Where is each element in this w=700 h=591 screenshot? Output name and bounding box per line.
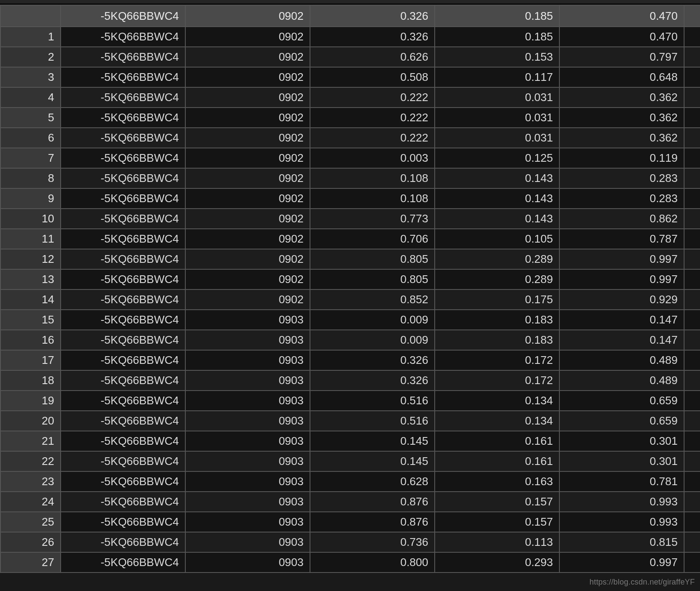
row-v2-cell[interactable]: 0.134 bbox=[435, 411, 559, 431]
row-index-cell[interactable]: 23 bbox=[0, 471, 61, 492]
table-row[interactable]: 25-5KQ66BBWC409030.8760.1570.993 bbox=[0, 512, 700, 532]
table-row[interactable]: 15-5KQ66BBWC409030.0090.1830.147 bbox=[0, 310, 700, 330]
row-index-cell[interactable]: 3 bbox=[0, 67, 61, 87]
table-row[interactable]: 22-5KQ66BBWC409030.1450.1610.301 bbox=[0, 451, 700, 471]
row-index-cell[interactable]: 7 bbox=[0, 148, 61, 168]
row-v3-cell[interactable]: 0.119 bbox=[559, 148, 684, 168]
table-row[interactable]: 2-5KQ66BBWC409020.6260.1530.797 bbox=[0, 47, 700, 67]
row-index-cell[interactable]: 9 bbox=[0, 188, 61, 209]
row-v1-cell[interactable]: 0.800 bbox=[310, 552, 435, 573]
row-v3-cell[interactable]: 0.997 bbox=[559, 269, 684, 289]
row-index-cell[interactable]: 15 bbox=[0, 310, 61, 330]
header-col-v2[interactable]: 0.185 bbox=[435, 5, 559, 27]
row-v2-cell[interactable]: 0.031 bbox=[435, 87, 559, 108]
header-col-code[interactable]: -5KQ66BBWC4 bbox=[61, 5, 185, 27]
row-v2-cell[interactable]: 0.185 bbox=[435, 27, 559, 47]
row-num-cell[interactable]: 0902 bbox=[185, 209, 310, 229]
row-v3-cell[interactable]: 0.929 bbox=[559, 289, 684, 310]
row-v2-cell[interactable]: 0.134 bbox=[435, 391, 559, 411]
row-index-cell[interactable]: 20 bbox=[0, 411, 61, 431]
row-code-cell[interactable]: -5KQ66BBWC4 bbox=[61, 532, 185, 552]
row-v3-cell[interactable]: 0.489 bbox=[559, 370, 684, 391]
row-v2-cell[interactable]: 0.031 bbox=[435, 108, 559, 128]
row-index-cell[interactable]: 17 bbox=[0, 350, 61, 370]
row-v3-cell[interactable]: 0.283 bbox=[559, 168, 684, 188]
row-v3-cell[interactable]: 0.993 bbox=[559, 512, 684, 532]
row-code-cell[interactable]: -5KQ66BBWC4 bbox=[61, 431, 185, 451]
table-row[interactable]: 13-5KQ66BBWC409020.8050.2890.997 bbox=[0, 269, 700, 289]
row-index-cell[interactable]: 24 bbox=[0, 492, 61, 512]
row-v1-cell[interactable]: 0.108 bbox=[310, 188, 435, 209]
header-index[interactable] bbox=[0, 5, 61, 27]
row-v3-cell[interactable]: 0.489 bbox=[559, 350, 684, 370]
row-index-cell[interactable]: 25 bbox=[0, 512, 61, 532]
row-v3-cell[interactable]: 0.797 bbox=[559, 47, 684, 67]
row-v3-cell[interactable]: 0.993 bbox=[559, 492, 684, 512]
row-v1-cell[interactable]: 0.326 bbox=[310, 350, 435, 370]
row-v2-cell[interactable]: 0.125 bbox=[435, 148, 559, 168]
table-row[interactable]: 14-5KQ66BBWC409020.8520.1750.929 bbox=[0, 289, 700, 310]
row-v1-cell[interactable]: 0.626 bbox=[310, 47, 435, 67]
row-v1-cell[interactable]: 0.805 bbox=[310, 249, 435, 269]
row-num-cell[interactable]: 0902 bbox=[185, 108, 310, 128]
row-num-cell[interactable]: 0902 bbox=[185, 67, 310, 87]
row-v1-cell[interactable]: 0.003 bbox=[310, 148, 435, 168]
row-num-cell[interactable]: 0903 bbox=[185, 310, 310, 330]
row-v2-cell[interactable]: 0.289 bbox=[435, 249, 559, 269]
row-index-cell[interactable]: 11 bbox=[0, 229, 61, 249]
row-v1-cell[interactable]: 0.516 bbox=[310, 391, 435, 411]
row-v3-cell[interactable]: 0.659 bbox=[559, 391, 684, 411]
row-v2-cell[interactable]: 0.143 bbox=[435, 168, 559, 188]
row-num-cell[interactable]: 0902 bbox=[185, 47, 310, 67]
row-code-cell[interactable]: -5KQ66BBWC4 bbox=[61, 391, 185, 411]
row-index-cell[interactable]: 6 bbox=[0, 128, 61, 148]
row-v2-cell[interactable]: 0.175 bbox=[435, 289, 559, 310]
table-row[interactable]: 10-5KQ66BBWC409020.7730.1430.862 bbox=[0, 209, 700, 229]
row-v2-cell[interactable]: 0.161 bbox=[435, 451, 559, 471]
row-num-cell[interactable]: 0903 bbox=[185, 431, 310, 451]
table-row[interactable]: 1-5KQ66BBWC409020.3260.1850.470 bbox=[0, 27, 700, 47]
table-row[interactable]: 21-5KQ66BBWC409030.1450.1610.301 bbox=[0, 431, 700, 451]
table-row[interactable]: 8-5KQ66BBWC409020.1080.1430.283 bbox=[0, 168, 700, 188]
row-code-cell[interactable]: -5KQ66BBWC4 bbox=[61, 370, 185, 391]
row-v2-cell[interactable]: 0.031 bbox=[435, 128, 559, 148]
row-index-cell[interactable]: 12 bbox=[0, 249, 61, 269]
row-v1-cell[interactable]: 0.628 bbox=[310, 471, 435, 492]
row-v2-cell[interactable]: 0.153 bbox=[435, 47, 559, 67]
row-code-cell[interactable]: -5KQ66BBWC4 bbox=[61, 310, 185, 330]
table-row[interactable]: 19-5KQ66BBWC409030.5160.1340.659 bbox=[0, 391, 700, 411]
table-row[interactable]: 9-5KQ66BBWC409020.1080.1430.283 bbox=[0, 188, 700, 209]
row-v2-cell[interactable]: 0.172 bbox=[435, 370, 559, 391]
row-v2-cell[interactable]: 0.105 bbox=[435, 229, 559, 249]
row-index-cell[interactable]: 26 bbox=[0, 532, 61, 552]
row-v1-cell[interactable]: 0.009 bbox=[310, 310, 435, 330]
row-v3-cell[interactable]: 0.362 bbox=[559, 87, 684, 108]
row-num-cell[interactable]: 0902 bbox=[185, 289, 310, 310]
row-v2-cell[interactable]: 0.143 bbox=[435, 188, 559, 209]
row-v3-cell[interactable]: 0.997 bbox=[559, 249, 684, 269]
row-index-cell[interactable]: 1 bbox=[0, 27, 61, 47]
row-num-cell[interactable]: 0903 bbox=[185, 330, 310, 350]
row-v3-cell[interactable]: 0.997 bbox=[559, 552, 684, 573]
row-code-cell[interactable]: -5KQ66BBWC4 bbox=[61, 350, 185, 370]
row-index-cell[interactable]: 21 bbox=[0, 431, 61, 451]
row-num-cell[interactable]: 0903 bbox=[185, 451, 310, 471]
row-v1-cell[interactable]: 0.145 bbox=[310, 451, 435, 471]
row-code-cell[interactable]: -5KQ66BBWC4 bbox=[61, 229, 185, 249]
row-v2-cell[interactable]: 0.183 bbox=[435, 330, 559, 350]
row-num-cell[interactable]: 0903 bbox=[185, 391, 310, 411]
row-v1-cell[interactable]: 0.773 bbox=[310, 209, 435, 229]
row-index-cell[interactable]: 13 bbox=[0, 269, 61, 289]
row-v3-cell[interactable]: 0.147 bbox=[559, 330, 684, 350]
table-row[interactable]: 3-5KQ66BBWC409020.5080.1170.648 bbox=[0, 67, 700, 87]
table-row[interactable]: 7-5KQ66BBWC409020.0030.1250.119 bbox=[0, 148, 700, 168]
header-col-v1[interactable]: 0.326 bbox=[310, 5, 435, 27]
row-v1-cell[interactable]: 0.516 bbox=[310, 411, 435, 431]
row-num-cell[interactable]: 0902 bbox=[185, 269, 310, 289]
row-code-cell[interactable]: -5KQ66BBWC4 bbox=[61, 67, 185, 87]
row-num-cell[interactable]: 0903 bbox=[185, 411, 310, 431]
row-v3-cell[interactable]: 0.787 bbox=[559, 229, 684, 249]
table-row[interactable]: 12-5KQ66BBWC409020.8050.2890.997 bbox=[0, 249, 700, 269]
row-v1-cell[interactable]: 0.706 bbox=[310, 229, 435, 249]
row-num-cell[interactable]: 0903 bbox=[185, 512, 310, 532]
